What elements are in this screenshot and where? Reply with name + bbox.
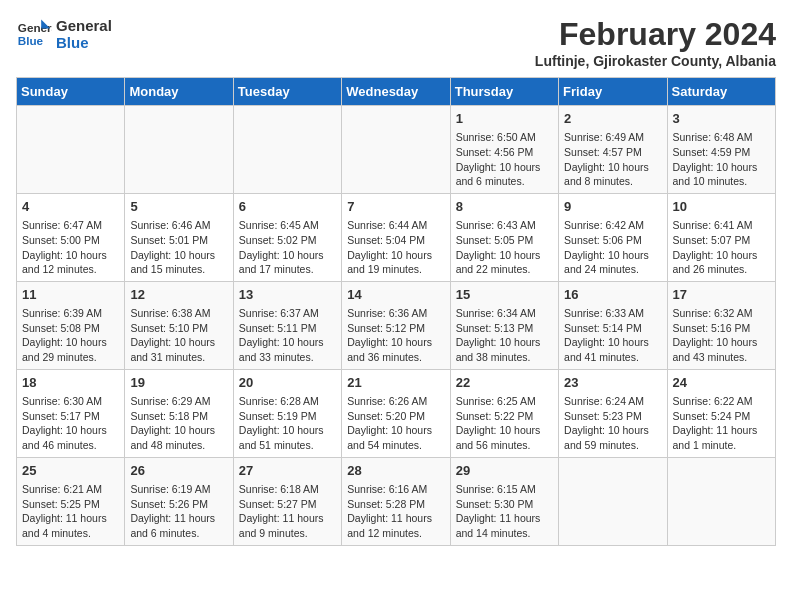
day-info: Sunrise: 6:37 AM Sunset: 5:11 PM Dayligh… xyxy=(239,306,336,365)
day-info: Sunrise: 6:46 AM Sunset: 5:01 PM Dayligh… xyxy=(130,218,227,277)
logo: General Blue General Blue xyxy=(16,16,112,52)
day-info: Sunrise: 6:33 AM Sunset: 5:14 PM Dayligh… xyxy=(564,306,661,365)
calendar-week-3: 18Sunrise: 6:30 AM Sunset: 5:17 PM Dayli… xyxy=(17,369,776,457)
day-info: Sunrise: 6:24 AM Sunset: 5:23 PM Dayligh… xyxy=(564,394,661,453)
calendar-cell: 13Sunrise: 6:37 AM Sunset: 5:11 PM Dayli… xyxy=(233,281,341,369)
column-header-thursday: Thursday xyxy=(450,78,558,106)
calendar-cell: 23Sunrise: 6:24 AM Sunset: 5:23 PM Dayli… xyxy=(559,369,667,457)
calendar-cell: 15Sunrise: 6:34 AM Sunset: 5:13 PM Dayli… xyxy=(450,281,558,369)
day-number: 11 xyxy=(22,286,119,304)
calendar-cell: 10Sunrise: 6:41 AM Sunset: 5:07 PM Dayli… xyxy=(667,193,775,281)
title-area: February 2024 Luftinje, Gjirokaster Coun… xyxy=(535,16,776,69)
day-number: 14 xyxy=(347,286,444,304)
day-number: 2 xyxy=(564,110,661,128)
day-info: Sunrise: 6:36 AM Sunset: 5:12 PM Dayligh… xyxy=(347,306,444,365)
day-info: Sunrise: 6:45 AM Sunset: 5:02 PM Dayligh… xyxy=(239,218,336,277)
calendar-week-0: 1Sunrise: 6:50 AM Sunset: 4:56 PM Daylig… xyxy=(17,106,776,194)
day-info: Sunrise: 6:44 AM Sunset: 5:04 PM Dayligh… xyxy=(347,218,444,277)
column-header-monday: Monday xyxy=(125,78,233,106)
day-info: Sunrise: 6:42 AM Sunset: 5:06 PM Dayligh… xyxy=(564,218,661,277)
calendar-cell xyxy=(559,457,667,545)
calendar-cell: 3Sunrise: 6:48 AM Sunset: 4:59 PM Daylig… xyxy=(667,106,775,194)
calendar-cell: 12Sunrise: 6:38 AM Sunset: 5:10 PM Dayli… xyxy=(125,281,233,369)
day-info: Sunrise: 6:15 AM Sunset: 5:30 PM Dayligh… xyxy=(456,482,553,541)
calendar-cell: 16Sunrise: 6:33 AM Sunset: 5:14 PM Dayli… xyxy=(559,281,667,369)
calendar-cell: 5Sunrise: 6:46 AM Sunset: 5:01 PM Daylig… xyxy=(125,193,233,281)
day-number: 4 xyxy=(22,198,119,216)
svg-text:Blue: Blue xyxy=(18,34,44,47)
calendar-cell: 19Sunrise: 6:29 AM Sunset: 5:18 PM Dayli… xyxy=(125,369,233,457)
calendar-cell: 26Sunrise: 6:19 AM Sunset: 5:26 PM Dayli… xyxy=(125,457,233,545)
calendar-cell: 4Sunrise: 6:47 AM Sunset: 5:00 PM Daylig… xyxy=(17,193,125,281)
day-info: Sunrise: 6:39 AM Sunset: 5:08 PM Dayligh… xyxy=(22,306,119,365)
day-info: Sunrise: 6:50 AM Sunset: 4:56 PM Dayligh… xyxy=(456,130,553,189)
day-number: 12 xyxy=(130,286,227,304)
column-header-saturday: Saturday xyxy=(667,78,775,106)
day-info: Sunrise: 6:22 AM Sunset: 5:24 PM Dayligh… xyxy=(673,394,770,453)
day-info: Sunrise: 6:25 AM Sunset: 5:22 PM Dayligh… xyxy=(456,394,553,453)
day-info: Sunrise: 6:38 AM Sunset: 5:10 PM Dayligh… xyxy=(130,306,227,365)
day-info: Sunrise: 6:18 AM Sunset: 5:27 PM Dayligh… xyxy=(239,482,336,541)
day-number: 25 xyxy=(22,462,119,480)
day-number: 26 xyxy=(130,462,227,480)
column-header-tuesday: Tuesday xyxy=(233,78,341,106)
calendar-cell: 22Sunrise: 6:25 AM Sunset: 5:22 PM Dayli… xyxy=(450,369,558,457)
day-info: Sunrise: 6:28 AM Sunset: 5:19 PM Dayligh… xyxy=(239,394,336,453)
calendar-cell: 28Sunrise: 6:16 AM Sunset: 5:28 PM Dayli… xyxy=(342,457,450,545)
day-info: Sunrise: 6:34 AM Sunset: 5:13 PM Dayligh… xyxy=(456,306,553,365)
day-info: Sunrise: 6:16 AM Sunset: 5:28 PM Dayligh… xyxy=(347,482,444,541)
day-number: 7 xyxy=(347,198,444,216)
day-info: Sunrise: 6:19 AM Sunset: 5:26 PM Dayligh… xyxy=(130,482,227,541)
day-number: 24 xyxy=(673,374,770,392)
calendar-week-1: 4Sunrise: 6:47 AM Sunset: 5:00 PM Daylig… xyxy=(17,193,776,281)
day-info: Sunrise: 6:41 AM Sunset: 5:07 PM Dayligh… xyxy=(673,218,770,277)
day-number: 8 xyxy=(456,198,553,216)
calendar-week-2: 11Sunrise: 6:39 AM Sunset: 5:08 PM Dayli… xyxy=(17,281,776,369)
subtitle: Luftinje, Gjirokaster County, Albania xyxy=(535,53,776,69)
column-header-friday: Friday xyxy=(559,78,667,106)
day-info: Sunrise: 6:49 AM Sunset: 4:57 PM Dayligh… xyxy=(564,130,661,189)
day-number: 22 xyxy=(456,374,553,392)
day-info: Sunrise: 6:48 AM Sunset: 4:59 PM Dayligh… xyxy=(673,130,770,189)
day-number: 19 xyxy=(130,374,227,392)
calendar-header-row: SundayMondayTuesdayWednesdayThursdayFrid… xyxy=(17,78,776,106)
calendar-cell: 1Sunrise: 6:50 AM Sunset: 4:56 PM Daylig… xyxy=(450,106,558,194)
calendar-cell: 14Sunrise: 6:36 AM Sunset: 5:12 PM Dayli… xyxy=(342,281,450,369)
header: General Blue General Blue February 2024 … xyxy=(16,16,776,69)
column-header-wednesday: Wednesday xyxy=(342,78,450,106)
day-info: Sunrise: 6:32 AM Sunset: 5:16 PM Dayligh… xyxy=(673,306,770,365)
calendar-cell xyxy=(233,106,341,194)
logo-icon: General Blue xyxy=(16,16,52,52)
logo-blue: Blue xyxy=(56,34,112,51)
day-number: 3 xyxy=(673,110,770,128)
calendar-table: SundayMondayTuesdayWednesdayThursdayFrid… xyxy=(16,77,776,546)
logo-general: General xyxy=(56,17,112,34)
calendar-cell: 20Sunrise: 6:28 AM Sunset: 5:19 PM Dayli… xyxy=(233,369,341,457)
day-number: 5 xyxy=(130,198,227,216)
calendar-cell: 9Sunrise: 6:42 AM Sunset: 5:06 PM Daylig… xyxy=(559,193,667,281)
day-info: Sunrise: 6:30 AM Sunset: 5:17 PM Dayligh… xyxy=(22,394,119,453)
day-number: 1 xyxy=(456,110,553,128)
calendar-cell xyxy=(342,106,450,194)
day-number: 29 xyxy=(456,462,553,480)
day-number: 6 xyxy=(239,198,336,216)
calendar-cell xyxy=(17,106,125,194)
column-header-sunday: Sunday xyxy=(17,78,125,106)
calendar-cell xyxy=(125,106,233,194)
calendar-cell: 29Sunrise: 6:15 AM Sunset: 5:30 PM Dayli… xyxy=(450,457,558,545)
calendar-cell: 7Sunrise: 6:44 AM Sunset: 5:04 PM Daylig… xyxy=(342,193,450,281)
calendar-cell: 18Sunrise: 6:30 AM Sunset: 5:17 PM Dayli… xyxy=(17,369,125,457)
calendar-cell: 8Sunrise: 6:43 AM Sunset: 5:05 PM Daylig… xyxy=(450,193,558,281)
calendar-cell: 17Sunrise: 6:32 AM Sunset: 5:16 PM Dayli… xyxy=(667,281,775,369)
day-number: 9 xyxy=(564,198,661,216)
calendar-cell: 24Sunrise: 6:22 AM Sunset: 5:24 PM Dayli… xyxy=(667,369,775,457)
day-info: Sunrise: 6:43 AM Sunset: 5:05 PM Dayligh… xyxy=(456,218,553,277)
day-number: 17 xyxy=(673,286,770,304)
day-number: 21 xyxy=(347,374,444,392)
calendar-cell: 6Sunrise: 6:45 AM Sunset: 5:02 PM Daylig… xyxy=(233,193,341,281)
calendar-week-4: 25Sunrise: 6:21 AM Sunset: 5:25 PM Dayli… xyxy=(17,457,776,545)
calendar-cell: 21Sunrise: 6:26 AM Sunset: 5:20 PM Dayli… xyxy=(342,369,450,457)
calendar-cell xyxy=(667,457,775,545)
day-number: 28 xyxy=(347,462,444,480)
day-number: 13 xyxy=(239,286,336,304)
